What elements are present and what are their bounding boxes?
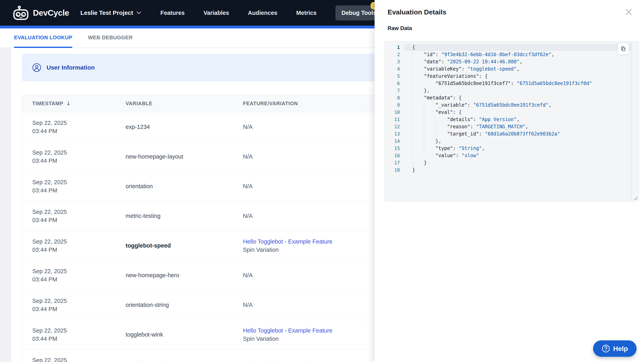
na-label: N/A <box>243 213 252 219</box>
na-label: N/A <box>243 302 252 308</box>
line-number: 8 <box>384 94 404 101</box>
line-number: 16 <box>384 152 404 159</box>
code-line: 3"date": "2025-09-22 19:44:46.880", <box>384 58 631 65</box>
user-circle-icon <box>32 63 41 72</box>
variable-cell: togglebot-wink <box>115 331 232 338</box>
copy-button[interactable] <box>618 43 629 54</box>
panel-header: Evaluation Details <box>375 0 644 16</box>
variable-cell: togglebot-speed <box>115 242 232 249</box>
code-line: 10"eval": { <box>384 109 631 116</box>
code-line: 12"reason": "TARGETING_MATCH", <box>384 123 631 130</box>
tab-evaluation-lookup[interactable]: EVALUATION LOOKUP <box>14 28 72 48</box>
line-number: 12 <box>384 123 404 130</box>
code-line: 7}, <box>384 87 631 94</box>
nav-item-variables[interactable]: Variables <box>204 10 229 16</box>
timestamp-cell: Sep 22, 202503:44 PM <box>22 267 115 284</box>
code-line: 2"id": "9f3e4b32-6ebb-4d16-8bef-03dccf3d… <box>384 51 631 58</box>
evaluation-details-panel: Evaluation Details Raw Data 1{2"id": "9f… <box>374 0 644 362</box>
line-number: 10 <box>384 109 404 116</box>
user-information-title: User Information <box>46 64 95 71</box>
debug-tools-label: Debug Tools <box>342 10 376 16</box>
variable-cell: new-homepage-hero <box>115 272 232 279</box>
line-number: 11 <box>384 116 404 123</box>
code-line: 1{ <box>384 44 631 51</box>
raw-data-label: Raw Data <box>388 25 644 31</box>
tab-web-debugger[interactable]: WEB DEBUGGER <box>88 28 132 48</box>
raw-data-code-block: 1{2"id": "9f3e4b32-6ebb-4d16-8bef-03dccf… <box>384 41 639 201</box>
help-button[interactable]: Help <box>593 340 636 357</box>
timestamp-cell: Sep 22, 202503:44 PM <box>22 356 115 362</box>
line-number: 1 <box>384 44 404 51</box>
timestamp-cell: Sep 22, 202503:44 PM <box>22 178 115 195</box>
project-name: Leslie Test Project <box>80 9 133 16</box>
project-selector[interactable]: Leslie Test Project <box>80 9 141 16</box>
column-header-timestamp[interactable]: TIMESTAMP ↓ <box>22 100 115 107</box>
line-number: 13 <box>384 130 404 137</box>
brand-name: DevCycle <box>33 8 69 18</box>
code-line: 14}, <box>384 137 631 145</box>
code-line: 16"value": "slow" <box>384 152 631 159</box>
line-number: 4 <box>384 65 404 72</box>
sort-descending-icon: ↓ <box>66 100 71 107</box>
timestamp-cell: Sep 22, 202503:44 PM <box>22 149 115 165</box>
na-label: N/A <box>243 272 252 278</box>
code-line: 18} <box>384 166 631 174</box>
question-circle-icon <box>602 344 610 353</box>
panel-title: Evaluation Details <box>388 8 446 16</box>
column-header-variable[interactable]: VARIABLE <box>115 101 232 106</box>
close-panel-button[interactable] <box>625 8 633 16</box>
main-navigation: Features Variables Audiences Metrics <box>160 10 316 16</box>
line-number: 3 <box>384 58 404 65</box>
line-number: 14 <box>384 137 404 145</box>
timestamp-cell: Sep 22, 202503:44 PM <box>22 238 115 254</box>
code-line: 17} <box>384 159 631 166</box>
code-line: 5"featureVariations": { <box>384 72 631 80</box>
variable-cell: togglebot-speed <box>115 361 232 362</box>
help-label: Help <box>613 345 628 353</box>
close-icon <box>625 8 633 16</box>
na-label: N/A <box>243 153 252 160</box>
na-label: N/A <box>243 124 252 130</box>
code-line: 13"target_id": "68d1a6a20b873ff62e903b2a… <box>384 130 631 137</box>
line-number: 9 <box>384 101 404 109</box>
devcycle-logo[interactable]: DevCycle <box>13 5 69 20</box>
nav-item-audiences[interactable]: Audiences <box>248 10 278 16</box>
variable-cell: orientation-string <box>115 302 232 308</box>
timestamp-cell: Sep 22, 202503:44 PM <box>22 327 115 343</box>
chevron-down-icon <box>136 11 141 14</box>
line-number: 2 <box>384 51 404 58</box>
timestamp-cell: Sep 22, 202503:44 PM <box>22 119 115 135</box>
code-line: 8"metadata": { <box>384 94 631 101</box>
variable-cell: orientation <box>115 183 232 190</box>
variable-cell: metric-testing <box>115 213 232 219</box>
user-information-section[interactable]: User Information <box>22 54 423 81</box>
timestamp-cell: Sep 22, 202503:44 PM <box>22 208 115 224</box>
code-line: 11"details": "App Version", <box>384 116 631 123</box>
timestamp-cell: Sep 22, 202503:44 PM <box>22 297 115 313</box>
na-label: N/A <box>243 183 252 189</box>
line-number: 6 <box>384 80 404 87</box>
line-number: 18 <box>384 166 404 174</box>
copy-icon <box>620 46 626 52</box>
variable-cell: new-homepage-layout <box>115 153 232 160</box>
code-line: 15"type": "String", <box>384 145 631 152</box>
devcycle-robot-icon <box>13 5 29 20</box>
line-number: 5 <box>384 72 404 80</box>
nav-item-metrics[interactable]: Metrics <box>296 10 316 16</box>
code-content: 1{2"id": "9f3e4b32-6ebb-4d16-8bef-03dccf… <box>384 41 631 201</box>
code-line: 6"6751d5a65bdc8ee191f3cef7": "6751d5a65b… <box>384 80 631 87</box>
resize-handle-icon[interactable] <box>633 196 638 200</box>
line-number: 17 <box>384 159 404 166</box>
code-line: 9"_variable": "6751d5a65bdc8ee191f3cefd"… <box>384 101 631 109</box>
variable-cell: exp-1234 <box>115 124 232 130</box>
page-left-gutter <box>0 48 11 362</box>
code-line: 4"variableKey": "togglebot-speed", <box>384 65 631 72</box>
line-number: 15 <box>384 145 404 152</box>
line-number: 7 <box>384 87 404 94</box>
nav-item-features[interactable]: Features <box>160 10 185 16</box>
